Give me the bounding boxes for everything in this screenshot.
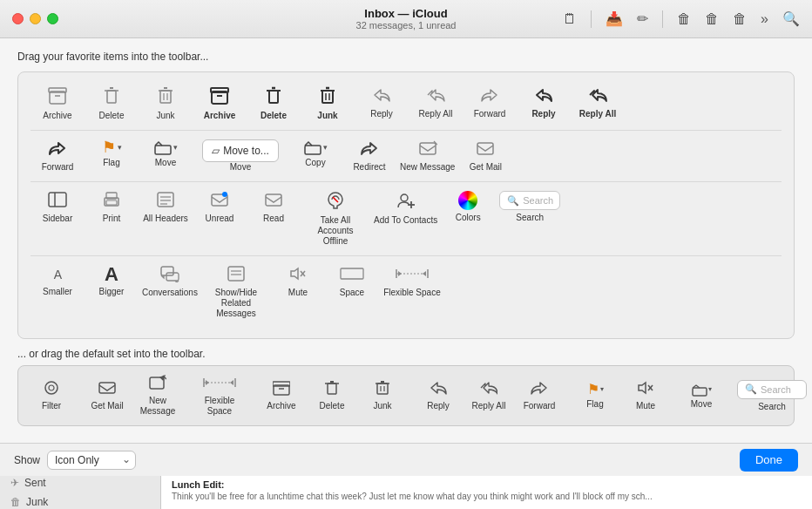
minimize-button[interactable] bbox=[30, 13, 41, 24]
tool-sidebar[interactable]: Sidebar bbox=[30, 186, 85, 227]
svg-rect-41 bbox=[228, 267, 244, 281]
tool-print[interactable]: Print bbox=[85, 186, 139, 227]
tool-take-all-accounts[interactable]: Take All Accounts Offline bbox=[301, 186, 370, 250]
more-icon[interactable]: » bbox=[761, 11, 768, 27]
tool-mute[interactable]: Mute bbox=[271, 260, 325, 302]
sidebar-item-junk[interactable]: 🗑 Junk bbox=[0, 492, 160, 509]
default-filter-label: Filter bbox=[42, 401, 61, 411]
tool-colors[interactable]: Colors bbox=[441, 186, 495, 227]
tool-show-hide-related-label: Show/Hide Related Messages bbox=[206, 288, 267, 319]
tool-move-drop[interactable]: ▾ Move bbox=[139, 134, 193, 172]
tool-all-headers[interactable]: All Headers bbox=[139, 186, 193, 227]
tool-junk-bold[interactable]: Junk bbox=[301, 81, 355, 125]
svg-rect-9 bbox=[212, 92, 227, 104]
default-get-mail[interactable]: Get Mail bbox=[83, 377, 132, 415]
tool-conversations[interactable]: Conversations bbox=[139, 260, 201, 302]
junk-sidebar-icon: 🗑 bbox=[10, 496, 21, 508]
tool-reply-all-label: Reply All bbox=[419, 109, 453, 119]
default-forward[interactable]: Forward bbox=[515, 377, 564, 415]
tool-reply-bold[interactable]: Reply bbox=[517, 81, 571, 123]
trash3-icon[interactable]: 🗑 bbox=[733, 11, 747, 27]
done-button[interactable]: Done bbox=[740, 449, 798, 472]
default-flexible-space[interactable]: Flexible Space bbox=[189, 371, 250, 420]
default-delete[interactable]: Delete bbox=[308, 377, 356, 415]
tool-reply-all-bold[interactable]: Reply All bbox=[571, 81, 625, 123]
sep1 bbox=[591, 10, 592, 28]
tool-new-message[interactable]: New Message bbox=[396, 134, 458, 176]
tool-forward[interactable]: Forward bbox=[463, 81, 517, 123]
default-search[interactable]: 🔍 Search Search bbox=[733, 377, 811, 416]
tool-new-message-label: New Message bbox=[400, 162, 455, 173]
compose-icon[interactable]: ✏ bbox=[637, 10, 648, 27]
default-filter[interactable]: Filter bbox=[27, 377, 76, 415]
tool-redirect-label: Redirect bbox=[353, 162, 385, 173]
show-select-wrap[interactable]: Icon Only Icon and Text Text Only bbox=[47, 451, 136, 470]
sidebar-item-sent[interactable]: ✈ Sent bbox=[0, 473, 160, 492]
trash1-icon[interactable]: 🗑 bbox=[677, 11, 691, 27]
tool-archive-gray-label: Archive bbox=[43, 111, 71, 121]
tool-archive-gray[interactable]: Archive bbox=[30, 81, 85, 125]
all-headers-icon bbox=[156, 191, 175, 211]
tool-smaller-label: Smaller bbox=[43, 287, 72, 297]
default-new-message[interactable]: New Message bbox=[133, 371, 182, 420]
tool-junk-gray[interactable]: Junk bbox=[139, 81, 193, 125]
titlebar: Inbox — iCloud 32 messages, 1 unread 🗒 📥… bbox=[0, 0, 812, 38]
svg-rect-12 bbox=[269, 91, 278, 103]
tool-reply-all[interactable]: Reply All bbox=[409, 81, 463, 123]
tool-space[interactable]: Space bbox=[325, 260, 379, 302]
default-junk[interactable]: Junk bbox=[358, 377, 407, 415]
tool-search-label: Search bbox=[516, 213, 544, 223]
svg-rect-27 bbox=[106, 200, 117, 205]
default-mute[interactable]: Mute bbox=[621, 377, 670, 415]
default-reply-icon bbox=[430, 380, 447, 398]
default-reply-all[interactable]: Reply All bbox=[464, 377, 513, 415]
search-icon[interactable]: 🔍 bbox=[782, 10, 800, 27]
show-select[interactable]: Icon Only Icon and Text Text Only bbox=[47, 451, 136, 470]
get-mail-icon bbox=[476, 139, 495, 159]
tool-unread[interactable]: Unread bbox=[193, 186, 247, 227]
tool-smaller[interactable]: A Smaller bbox=[30, 260, 85, 301]
move-to-label: Move to... bbox=[223, 145, 269, 157]
default-flag[interactable]: ⚑ ▾ Flag bbox=[571, 379, 619, 413]
tool-flag[interactable]: ⚑ ▾ Flag bbox=[85, 134, 139, 172]
read-icon bbox=[264, 191, 283, 211]
move-to-button[interactable]: ▱ Move to... bbox=[202, 139, 279, 162]
default-archive[interactable]: Archive bbox=[257, 377, 306, 415]
default-toolbar-bar: Filter Get Mail New Message Flexible Spa… bbox=[17, 365, 795, 426]
tool-archive-bold-label: Archive bbox=[204, 111, 236, 121]
tool-forward2[interactable]: Forward bbox=[30, 134, 85, 176]
tool-bigger[interactable]: A Bigger bbox=[85, 260, 139, 301]
default-reply[interactable]: Reply bbox=[414, 377, 463, 415]
svg-rect-46 bbox=[341, 268, 363, 279]
tool-reply[interactable]: Reply bbox=[355, 81, 409, 123]
tool-archive-bold[interactable]: Archive bbox=[193, 81, 247, 125]
tool-search[interactable]: 🔍 Search Search bbox=[495, 186, 565, 227]
window-subtitle: 32 messages, 1 unread bbox=[356, 20, 457, 31]
tool-copy[interactable]: ▾ Copy bbox=[288, 134, 342, 172]
tool-redirect[interactable]: Redirect bbox=[342, 134, 396, 176]
tool-delete-bold[interactable]: Delete bbox=[247, 81, 301, 125]
tool-get-mail-label: Get Mail bbox=[470, 162, 502, 173]
svg-rect-3 bbox=[107, 91, 116, 103]
maximize-button[interactable] bbox=[47, 13, 58, 24]
trash2-icon[interactable]: 🗑 bbox=[705, 11, 719, 27]
default-get-mail-label: Get Mail bbox=[91, 401, 123, 411]
default-search-field[interactable]: 🔍 Search bbox=[737, 380, 807, 399]
archive-icon[interactable]: 📥 bbox=[606, 10, 623, 27]
svg-rect-10 bbox=[211, 88, 228, 92]
tool-move-to[interactable]: ▱ Move to... Move bbox=[193, 134, 288, 176]
tool-show-hide-related[interactable]: Show/Hide Related Messages bbox=[201, 260, 271, 322]
svg-rect-22 bbox=[477, 143, 493, 154]
tool-delete-gray[interactable]: Delete bbox=[85, 81, 139, 125]
default-move[interactable]: ▾ Move bbox=[677, 379, 726, 413]
tool-get-mail[interactable]: Get Mail bbox=[458, 134, 512, 176]
tool-read[interactable]: Read bbox=[247, 186, 301, 227]
close-button[interactable] bbox=[12, 13, 24, 24]
note-icon[interactable]: 🗒 bbox=[563, 11, 577, 27]
tool-mute-label: Mute bbox=[288, 288, 308, 298]
default-reply-all-label: Reply All bbox=[472, 401, 506, 411]
default-delete-icon bbox=[323, 380, 341, 398]
tool-flexible-space[interactable]: Flexible Space bbox=[379, 260, 445, 302]
tool-add-to-contacts[interactable]: Add To Contacts bbox=[370, 186, 441, 229]
forward2-icon bbox=[48, 139, 67, 159]
